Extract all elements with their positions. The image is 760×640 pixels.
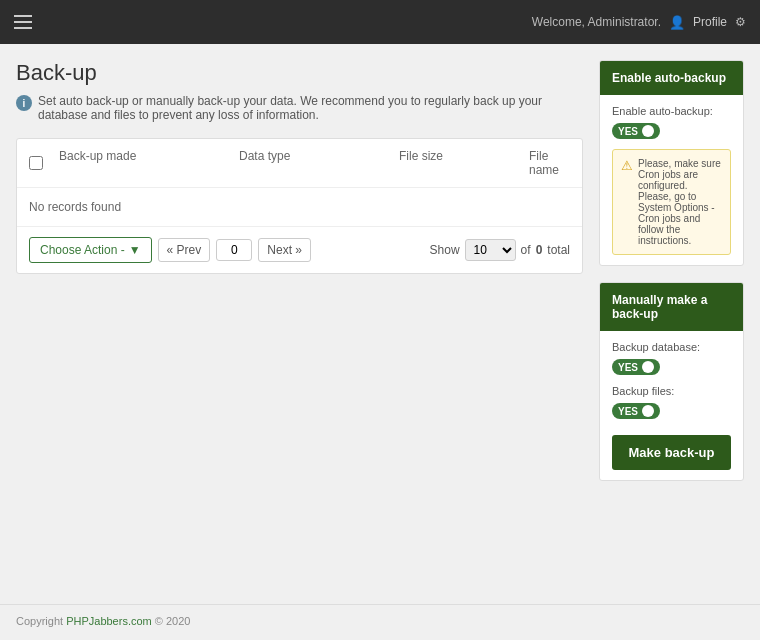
toggle-knob [642, 125, 654, 137]
sidebar: Enable auto-backup Enable auto-backup: Y… [599, 60, 744, 588]
auto-backup-warning: ⚠ Please, make sure Cron jobs are config… [612, 149, 731, 255]
total-of-text: of [521, 243, 531, 257]
per-page-select[interactable]: 10 25 50 100 [465, 239, 516, 261]
backup-files-label: Backup files: [612, 385, 731, 397]
main-header: Welcome, Administrator. 👤 Profile ⚙ [0, 0, 760, 44]
backup-files-toggle-wrap: YES [612, 403, 731, 419]
backup-files-toggle[interactable]: YES [612, 403, 660, 419]
auto-backup-toggle[interactable]: YES [612, 123, 660, 139]
content-area: Back-up i Set auto back-up or manually b… [16, 60, 583, 588]
page-title: Back-up [16, 60, 583, 86]
table-header: Back-up made Data type File size File na… [17, 139, 582, 188]
select-all-checkbox[interactable] [29, 156, 43, 170]
col-file-size: File size [399, 149, 529, 177]
prev-page-button[interactable]: « Prev [158, 238, 211, 262]
make-backup-button[interactable]: Make back-up [612, 435, 731, 470]
total-count: 0 [536, 243, 543, 257]
total-suffix: total [547, 243, 570, 257]
footer-text-suffix: © 2020 [155, 615, 191, 627]
toggle-knob-files [642, 405, 654, 417]
col-backup-made: Back-up made [59, 149, 239, 177]
next-page-button[interactable]: Next » [258, 238, 311, 262]
backup-database-toggle-wrap: YES [612, 359, 731, 375]
select-all-cell [29, 149, 59, 177]
auto-backup-panel: Enable auto-backup Enable auto-backup: Y… [599, 60, 744, 266]
manual-backup-panel-header: Manually make a back-up [600, 283, 743, 331]
auto-backup-toggle-label: YES [618, 126, 638, 137]
page-description: i Set auto back-up or manually back-up y… [16, 94, 583, 122]
description-text: Set auto back-up or manually back-up you… [38, 94, 583, 122]
auto-backup-panel-body: Enable auto-backup: YES ⚠ Please, make s… [600, 95, 743, 265]
backup-database-toggle-label: YES [618, 362, 638, 373]
manual-backup-panel-body: Backup database: YES Backup files: YES M… [600, 331, 743, 480]
backup-table-card: Back-up made Data type File size File na… [16, 138, 583, 274]
backup-files-toggle-label: YES [618, 406, 638, 417]
welcome-text: Welcome, Administrator. [532, 15, 661, 29]
warning-text: Please, make sure Cron jobs are configur… [638, 158, 722, 246]
footer: Copyright PHPJabbers.com © 2020 [0, 604, 760, 637]
choose-action-label: Choose Action - [40, 243, 125, 257]
page-number-input[interactable] [216, 239, 252, 261]
auto-backup-field-label: Enable auto-backup: [612, 105, 731, 117]
header-extra-icon: ⚙ [735, 15, 746, 29]
profile-link[interactable]: Profile [693, 15, 727, 29]
pagination-show: Show 10 25 50 100 of 0 total [430, 239, 570, 261]
hamburger-menu[interactable] [14, 15, 32, 29]
footer-text-prefix: Copyright [16, 615, 63, 627]
header-right: Welcome, Administrator. 👤 Profile ⚙ [532, 15, 746, 30]
backup-database-toggle[interactable]: YES [612, 359, 660, 375]
show-label-text: Show [430, 243, 460, 257]
col-file-name: File name [529, 149, 570, 177]
backup-database-label: Backup database: [612, 341, 731, 353]
warning-icon: ⚠ [621, 158, 633, 173]
choose-action-button[interactable]: Choose Action - ▼ [29, 237, 152, 263]
auto-backup-toggle-wrap: YES [612, 123, 731, 139]
main-wrapper: Back-up i Set auto back-up or manually b… [0, 44, 760, 604]
pagination-row: Choose Action - ▼ « Prev Next » Show 10 … [17, 227, 582, 273]
info-icon: i [16, 95, 32, 111]
col-data-type: Data type [239, 149, 399, 177]
choose-action-caret: ▼ [129, 243, 141, 257]
toggle-knob-db [642, 361, 654, 373]
footer-brand-link[interactable]: PHPJabbers.com [66, 615, 152, 627]
manual-backup-panel: Manually make a back-up Backup database:… [599, 282, 744, 481]
auto-backup-panel-header: Enable auto-backup [600, 61, 743, 95]
header-left [14, 15, 32, 29]
no-records-message: No records found [17, 188, 582, 227]
user-icon: 👤 [669, 15, 685, 30]
